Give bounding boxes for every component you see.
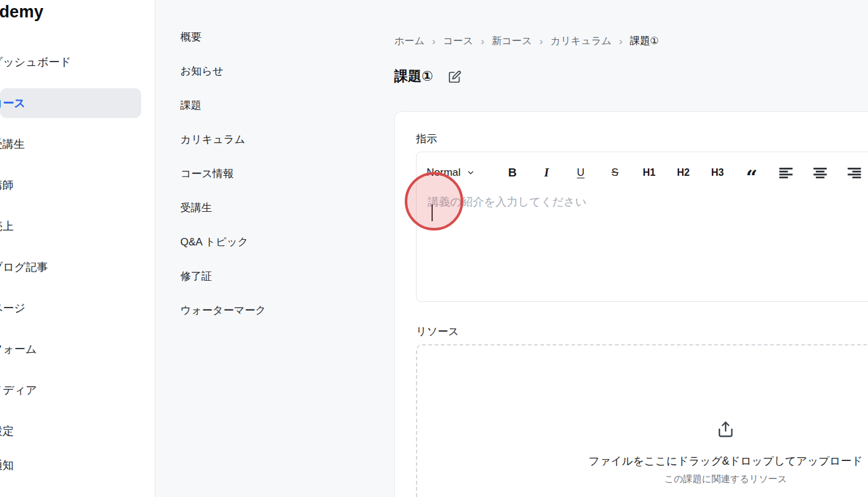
subnav-item-curriculum[interactable]: カリキュラム [155,122,367,157]
heading3-button[interactable]: H3 [709,163,726,182]
align-center-button[interactable] [811,163,829,182]
rich-text-editor: Normal B I U S H1 H2 H3 “ [416,152,868,302]
format-dropdown-value: Normal [427,166,461,179]
sidebar-item-instructors[interactable]: 講師 [0,170,141,200]
align-left-button[interactable] [777,163,795,182]
underline-button[interactable]: U [572,163,589,182]
breadcrumb-separator-icon: › [481,36,484,47]
dropzone-primary-text: ファイルをここにドラッグ&ドロップしてアップロード [588,454,862,468]
breadcrumb-curriculum[interactable]: カリキュラム [550,35,611,48]
breadcrumb: ホーム › コース › 新コース › カリキュラム › 課題① [394,35,868,48]
primary-nav: ダッシュボード コース 受講生 講師 売上 ブログ記事 ページ フォーム メディ… [0,47,155,491]
instructions-label: 指示 [416,132,868,147]
primary-sidebar: Academy ダッシュボード コース 受講生 講師 売上 ブログ記事 ページ … [0,0,155,497]
subnav-item-qa-topics[interactable]: Q&A トピック [155,225,367,259]
editor-text-area[interactable]: 講義の紹介を入力してください [417,182,868,222]
dropzone-secondary-text: この課題に関連するリソース [664,473,787,485]
sidebar-item-notifications[interactable]: 通知 [0,450,141,480]
main-content: ホーム › コース › 新コース › カリキュラム › 課題① 課題① 指示 N… [394,0,868,497]
subnav-item-students[interactable]: 受講生 [155,191,367,225]
resources-label: リソース [416,324,868,339]
strikethrough-button[interactable]: S [606,163,624,182]
subnav-item-announcements[interactable]: お知らせ [155,54,367,88]
align-center-icon [813,168,828,178]
heading2-button[interactable]: H2 [675,163,692,182]
align-right-button[interactable] [846,163,863,182]
chevron-down-icon [466,168,475,177]
breadcrumb-separator-icon: › [619,36,623,47]
sidebar-item-settings[interactable]: 設定 [0,416,141,446]
app-logo-text: Academy [0,2,44,22]
assignment-detail-card: 指示 Normal B I U S H1 H2 H3 “ [394,111,868,497]
breadcrumb-new-course[interactable]: 新コース [492,35,532,48]
page-title: 課題① [394,67,433,86]
app-logo: Academy [0,2,44,24]
subnav-item-overview[interactable]: 概要 [155,20,367,54]
course-subnav: 概要 お知らせ 課題 カリキュラム コース情報 受講生 Q&A トピック 修了証… [155,20,367,327]
editor-placeholder: 講義の紹介を入力してください [428,196,586,208]
sidebar-item-forms[interactable]: フォーム [0,334,141,364]
sidebar-item-pages[interactable]: ページ [0,293,141,323]
file-upload-dropzone[interactable]: ファイルをここにドラッグ&ドロップしてアップロード この課題に関連するリソース [416,344,868,497]
breadcrumb-current-assignment: 課題① [630,35,658,48]
align-left-icon [778,168,793,178]
edit-pencil-icon [448,70,461,83]
editor-toolbar: Normal B I U S H1 H2 H3 “ [417,152,868,182]
heading1-button[interactable]: H1 [640,163,658,182]
format-dropdown[interactable]: Normal [427,166,490,179]
sidebar-item-courses[interactable]: コース [0,88,141,118]
breadcrumb-separator-icon: › [540,36,543,47]
subnav-item-course-info[interactable]: コース情報 [155,157,367,191]
breadcrumb-courses[interactable]: コース [443,35,473,48]
upload-icon [716,420,735,439]
edit-title-button[interactable] [448,70,461,83]
italic-button[interactable]: I [538,163,555,182]
sidebar-item-media[interactable]: メディア [0,375,141,405]
sidebar-item-sales[interactable]: 売上 [0,211,141,241]
sidebar-item-blog-posts[interactable]: ブログ記事 [0,252,141,282]
sidebar-item-students[interactable]: 受講生 [0,129,141,159]
breadcrumb-separator-icon: › [432,36,436,47]
blockquote-button[interactable]: “ [743,163,760,182]
text-cursor [432,204,433,221]
subnav-item-watermark[interactable]: ウォーターマーク [155,293,367,327]
page-title-row: 課題① [394,66,868,86]
sidebar-item-dashboard[interactable]: ダッシュボード [0,47,141,77]
bold-button[interactable]: B [504,163,521,182]
subnav-item-certificate[interactable]: 修了証 [155,259,367,293]
breadcrumb-home[interactable]: ホーム [394,35,425,48]
subnav-item-assignments[interactable]: 課題 [155,88,367,122]
align-right-icon [847,168,862,178]
